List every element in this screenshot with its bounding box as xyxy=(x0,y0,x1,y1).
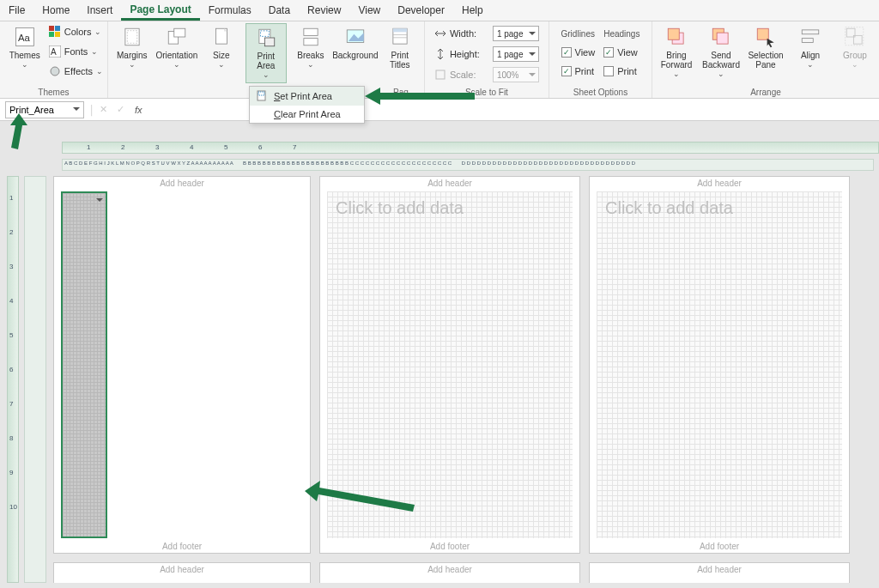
group-objects-button: Group xyxy=(834,23,876,83)
group-label-sheet: Sheet Options xyxy=(553,87,648,98)
svg-point-8 xyxy=(51,67,59,76)
gridlines-print-checkbox[interactable] xyxy=(561,66,572,76)
colors-button[interactable]: Colors⌄ xyxy=(49,23,103,40)
group-sheet-options: Gridlines View Print Headings View Print… xyxy=(549,21,652,98)
width-select[interactable]: 1 page xyxy=(493,26,539,41)
breaks-icon xyxy=(299,25,323,49)
svg-rect-31 xyxy=(802,30,819,34)
fonts-button[interactable]: A Fonts⌄ xyxy=(49,43,103,60)
gridlines-view-checkbox[interactable] xyxy=(561,47,572,58)
print-area-button[interactable]: Print Area xyxy=(246,23,287,83)
page-1-footer[interactable]: Add footer xyxy=(54,540,310,553)
fonts-icon: A xyxy=(49,45,61,58)
tab-data[interactable]: Data xyxy=(260,0,299,21)
tab-insert[interactable]: Insert xyxy=(78,0,121,21)
page-2-header[interactable]: Add header xyxy=(320,177,579,190)
tab-developer[interactable]: Developer xyxy=(389,0,453,21)
themes-icon: Aa xyxy=(13,25,37,49)
page-2-footer[interactable]: Add footer xyxy=(320,540,579,553)
page-3-footer[interactable]: Add footer xyxy=(590,540,849,553)
page-3-header[interactable]: Add header xyxy=(590,177,849,190)
group-icon xyxy=(843,25,867,49)
bring-forward-icon xyxy=(664,25,688,49)
height-select[interactable]: 1 page xyxy=(493,46,539,62)
svg-rect-17 xyxy=(304,28,318,35)
svg-rect-9 xyxy=(125,28,139,45)
tab-home[interactable]: Home xyxy=(33,0,78,21)
tab-review[interactable]: Review xyxy=(299,0,349,21)
tab-file[interactable]: File xyxy=(0,0,33,21)
svg-rect-22 xyxy=(393,28,407,32)
scale-spinner: 100% xyxy=(493,67,539,82)
page-4[interactable]: Add header xyxy=(53,562,311,583)
page-2-body[interactable]: Click to add data xyxy=(327,191,573,538)
headings-print-checkbox[interactable] xyxy=(603,66,614,76)
set-print-area-icon xyxy=(257,90,269,102)
enter-formula-button[interactable]: ✓ xyxy=(112,104,130,115)
group-label-themes: Themes xyxy=(3,87,104,98)
scale-icon xyxy=(434,69,446,81)
ribbon: Aa Themes Colors⌄ A Fonts⌄ Effects⌄ T xyxy=(0,21,879,99)
background-button[interactable]: Background xyxy=(335,23,376,83)
themes-label: Themes xyxy=(9,51,40,60)
effects-button[interactable]: Effects⌄ xyxy=(49,63,103,80)
group-themes: Aa Themes Colors⌄ A Fonts⌄ Effects⌄ T xyxy=(0,21,108,98)
page-3-body[interactable]: Click to add data xyxy=(597,191,842,538)
headings-heading: Headings xyxy=(603,25,640,42)
vertical-ruler[interactable]: 12345678910 xyxy=(7,176,19,583)
print-area-icon xyxy=(254,26,278,50)
formula-bar: Print_Area │ ✕ ✓ fx xyxy=(0,99,879,121)
set-print-area-item[interactable]: Set Print Area xyxy=(250,87,364,106)
svg-text:A: A xyxy=(51,47,57,57)
page-5[interactable]: Add header xyxy=(319,562,580,583)
send-backward-icon xyxy=(709,25,733,49)
tab-view[interactable]: View xyxy=(349,0,389,21)
group-label-scale: Scale to Fit xyxy=(428,87,545,98)
fx-label[interactable]: fx xyxy=(135,105,142,115)
send-backward-button[interactable]: Send Backward xyxy=(700,23,742,83)
name-box[interactable]: Print_Area xyxy=(5,101,84,118)
page-3[interactable]: Add header Click to add data Add footer xyxy=(589,176,850,554)
page-4-header[interactable]: Add header xyxy=(54,563,310,576)
page-6-header[interactable]: Add header xyxy=(590,563,849,576)
svg-rect-27 xyxy=(668,28,679,39)
align-button[interactable]: Align xyxy=(790,23,831,83)
print-titles-button[interactable]: Print Titles xyxy=(379,23,421,83)
themes-button[interactable]: Aa Themes xyxy=(4,23,45,83)
page-1-header[interactable]: Add header xyxy=(54,177,310,190)
row-headers[interactable] xyxy=(24,176,46,583)
column-headers[interactable]: A B C D E F G H I J K L M N O P Q R S T … xyxy=(62,159,874,171)
svg-rect-35 xyxy=(846,27,864,45)
clear-print-area-item[interactable]: Clear Print Area xyxy=(250,106,364,123)
bring-forward-button[interactable]: Bring Forward xyxy=(656,23,697,83)
tab-formulas[interactable]: Formulas xyxy=(200,0,260,21)
svg-rect-2 xyxy=(49,26,54,31)
effects-icon xyxy=(49,65,61,77)
tab-help[interactable]: Help xyxy=(453,0,492,21)
size-button[interactable]: Size xyxy=(201,23,242,83)
page-1[interactable]: Add header Add footer xyxy=(53,176,311,554)
group-scale: Width: 1 page Height: 1 page Scale: 100%… xyxy=(425,21,549,98)
group-label-arrange: Arrange xyxy=(656,87,876,98)
svg-rect-18 xyxy=(304,39,318,45)
selection-pane-button[interactable]: Selection Pane xyxy=(745,23,786,83)
svg-rect-16 xyxy=(264,38,274,46)
worksheet-area: 1234567 12345678910 A B C D E F G H I J … xyxy=(0,121,879,588)
headings-view-checkbox[interactable] xyxy=(603,47,614,58)
horizontal-ruler[interactable]: 1234567 xyxy=(62,142,879,154)
background-icon xyxy=(343,25,367,49)
breaks-button[interactable]: Breaks xyxy=(290,23,331,83)
tab-page-layout[interactable]: Page Layout xyxy=(121,0,199,21)
align-icon xyxy=(798,25,822,49)
page-1-body[interactable] xyxy=(61,191,107,538)
size-icon xyxy=(209,25,233,49)
page-6[interactable]: Add header xyxy=(589,562,850,583)
page-2[interactable]: Add header Click to add data Add footer xyxy=(319,176,580,554)
svg-rect-32 xyxy=(802,39,813,43)
margins-button[interactable]: Margins xyxy=(112,23,153,83)
cancel-formula-button[interactable]: ✕ xyxy=(95,104,112,115)
orientation-button[interactable]: Orientation xyxy=(156,23,197,83)
orientation-icon xyxy=(165,25,189,49)
page-5-header[interactable]: Add header xyxy=(320,563,579,576)
svg-text:Aa: Aa xyxy=(18,33,31,43)
